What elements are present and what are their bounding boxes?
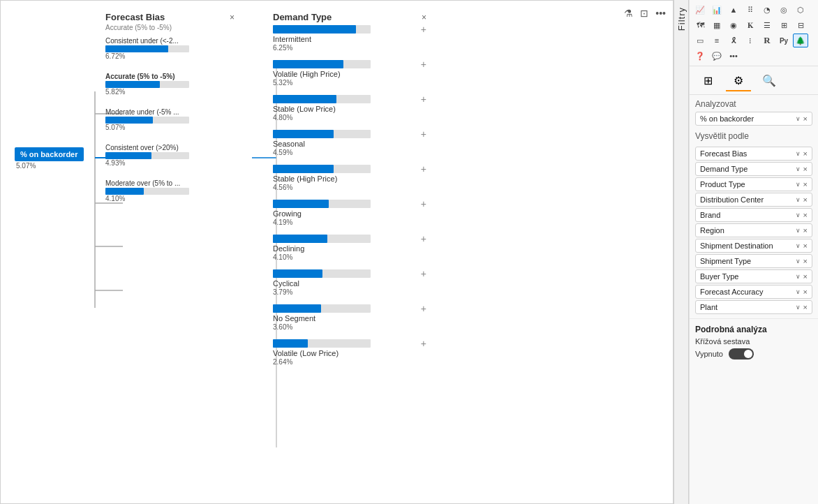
root-node: % on backorder 5.07%: [15, 147, 91, 170]
forecast-branch-item: Consistent under (<-2... 6.72%: [105, 37, 235, 60]
explain-field-item[interactable]: Shipment Destination ∨ ×: [695, 239, 812, 253]
icon-treemap[interactable]: ▦: [709, 18, 724, 32]
icon-decomp-tree[interactable]: 🌲: [793, 34, 808, 47]
explain-field-item[interactable]: Demand Type ∨ ×: [695, 162, 812, 176]
icon-qna[interactable]: ❓: [692, 49, 708, 63]
icon-map[interactable]: 🗺: [692, 18, 708, 32]
forecast-bias-subtitle: Accurate (5% to -5%): [105, 24, 235, 31]
icon-smart-narrative[interactable]: 💬: [709, 49, 724, 63]
more-options-icon[interactable]: •••: [654, 6, 667, 20]
explain-field-item[interactable]: Plant ∨ ×: [695, 300, 812, 314]
tab-filter-panel[interactable]: 🔍: [757, 71, 782, 91]
demand-expand-icon[interactable]: +: [421, 94, 426, 105]
demand-bar-bg: [273, 95, 371, 103]
tab-analyze[interactable]: ⚙: [726, 71, 751, 91]
demand-bar-bg: [273, 200, 371, 208]
explain-remove-icon[interactable]: ×: [803, 195, 808, 204]
demand-label: Stable (Low Price): [273, 105, 426, 113]
demand-item: + Growing 4.19%: [273, 198, 426, 226]
explain-field-item[interactable]: Shipment Type ∨ ×: [695, 254, 812, 268]
demand-expand-icon[interactable]: +: [421, 24, 426, 35]
explain-field-item[interactable]: Distribution Center ∨ ×: [695, 193, 812, 207]
branch-value: 4.93%: [105, 159, 235, 167]
explain-remove-icon[interactable]: ×: [803, 226, 808, 235]
explain-field-item[interactable]: Region ∨ ×: [695, 223, 812, 237]
demand-expand-icon[interactable]: +: [421, 198, 426, 209]
explain-chevron: ∨: [796, 196, 801, 203]
explain-chevron: ∨: [796, 181, 801, 188]
forecast-branch-item: Consistent over (>20%) 4.93%: [105, 144, 235, 167]
branch-label: Accurate (5% to -5%): [105, 73, 235, 80]
icon-linechart[interactable]: 📈: [692, 3, 708, 17]
icon-barchart[interactable]: 📊: [709, 3, 724, 17]
demand-value: 4.10%: [273, 253, 426, 261]
demand-bar-fill: [273, 95, 336, 103]
explain-field-item[interactable]: Brand ∨ ×: [695, 208, 812, 222]
demand-value: 2.64%: [273, 358, 426, 366]
demand-type-close[interactable]: ×: [422, 13, 426, 22]
explain-remove-icon[interactable]: ×: [803, 180, 808, 188]
icon-multi-rowcard[interactable]: ≡: [709, 34, 724, 47]
icon-pie[interactable]: ◔: [759, 3, 775, 17]
analyzovat-field-pill[interactable]: % on backorder ∨ ×: [695, 112, 812, 126]
demand-item: + Stable (High Price) 4.56%: [273, 163, 426, 191]
explain-field-name: Forecast Bias: [700, 149, 793, 158]
vypnuto-toggle[interactable]: [729, 348, 754, 360]
demand-type-title: Demand Type: [273, 12, 332, 22]
icon-funnel[interactable]: ⬡: [793, 3, 808, 17]
demand-expand-icon[interactable]: +: [421, 303, 426, 314]
explain-fields-list: Forecast Bias ∨ × Demand Type ∨ × Produc…: [690, 142, 818, 318]
icon-area[interactable]: ▲: [726, 3, 741, 17]
explain-field-item[interactable]: Forecast Bias ∨ ×: [695, 147, 812, 161]
icon-gauge[interactable]: ◉: [726, 18, 741, 32]
icon-card[interactable]: ▭: [692, 34, 708, 47]
filter-icon[interactable]: ⚗: [623, 6, 634, 20]
explain-remove-icon[interactable]: ×: [803, 211, 808, 219]
explain-field-item[interactable]: Buyer Type ∨ ×: [695, 269, 812, 283]
branch-bar-bg: [105, 81, 189, 88]
root-node-label: % on backorder: [15, 147, 84, 161]
explain-chevron: ∨: [796, 288, 801, 295]
forecast-bias-close[interactable]: ×: [230, 13, 235, 22]
icon-waterfall[interactable]: ⫶: [743, 34, 758, 47]
explain-remove-icon[interactable]: ×: [803, 288, 808, 296]
explain-remove-icon[interactable]: ×: [803, 257, 808, 265]
demand-item: + Cyclical 3.79%: [273, 268, 426, 296]
branch-bar-fill: [105, 152, 151, 159]
explain-remove-icon[interactable]: ×: [803, 242, 808, 250]
icon-matrix[interactable]: ⊟: [793, 18, 808, 32]
icon-more-visuals[interactable]: •••: [726, 49, 741, 63]
icon-donut[interactable]: ◎: [776, 3, 791, 17]
demand-item: + Volatile (Low Price) 2.64%: [273, 338, 426, 366]
icon-table[interactable]: ⊞: [776, 18, 791, 32]
explain-field-item[interactable]: Forecast Accuracy ∨ ×: [695, 285, 812, 299]
demand-expand-icon[interactable]: +: [421, 59, 426, 70]
demand-expand-icon[interactable]: +: [421, 233, 426, 244]
expand-icon[interactable]: ⊡: [639, 6, 650, 20]
demand-bar-bg: [273, 304, 371, 313]
icon-scatter[interactable]: ⠿: [743, 3, 758, 17]
demand-expand-icon[interactable]: +: [421, 268, 426, 279]
branch-label: Consistent over (>20%): [105, 144, 235, 151]
forecast-bias-title: Forecast Bias: [105, 12, 165, 22]
icon-kpi[interactable]: 𝐊: [743, 18, 758, 32]
explain-field-name: Shipment Destination: [700, 242, 793, 250]
explain-remove-icon[interactable]: ×: [803, 149, 808, 158]
icon-py-visual[interactable]: Py: [776, 34, 791, 47]
icon-r-visual[interactable]: R: [759, 34, 775, 47]
explain-remove-icon[interactable]: ×: [803, 165, 808, 173]
icon-slicer[interactable]: ☰: [759, 18, 775, 32]
analyzovat-field-text: % on backorder: [700, 114, 793, 123]
demand-expand-icon[interactable]: +: [421, 128, 426, 140]
tab-format[interactable]: ⊞: [695, 71, 720, 91]
demand-expand-icon[interactable]: +: [421, 338, 426, 349]
branch-bar-bg: [105, 152, 189, 159]
explain-remove-icon[interactable]: ×: [803, 272, 808, 281]
analyzovat-remove[interactable]: ×: [803, 114, 808, 123]
branch-bar-fill: [105, 117, 153, 124]
branch-bar-fill: [105, 188, 144, 195]
icon-ribbon[interactable]: 🎗: [726, 34, 741, 47]
explain-remove-icon[interactable]: ×: [803, 303, 808, 311]
explain-field-item[interactable]: Product Type ∨ ×: [695, 177, 812, 191]
demand-expand-icon[interactable]: +: [421, 163, 426, 175]
